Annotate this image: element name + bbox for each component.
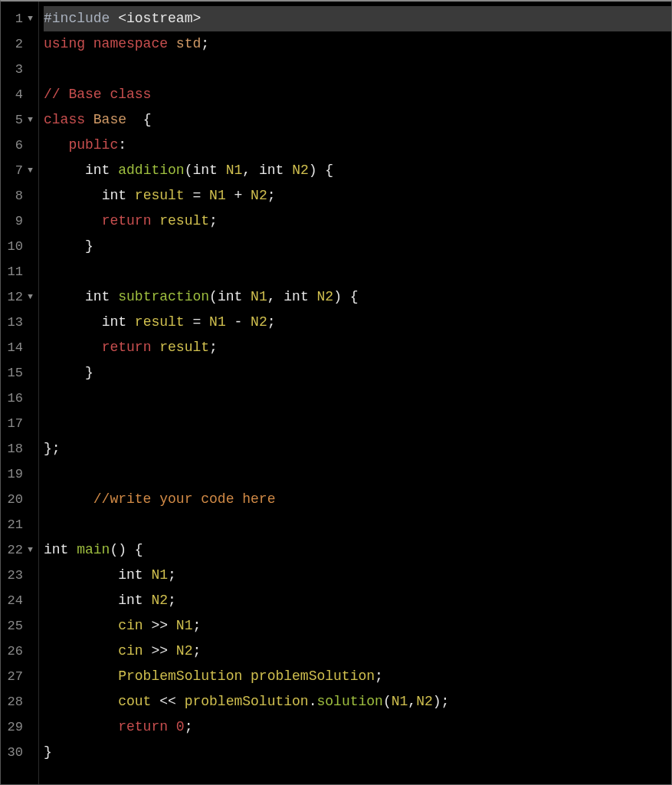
line-number: 16: [8, 386, 23, 411]
line-number: 23: [8, 563, 23, 588]
code-line[interactable]: return result;: [44, 335, 671, 360]
line-number: 30: [8, 740, 23, 765]
gutter-line: 29: [1, 714, 38, 740]
gutter-line: 3: [1, 57, 38, 82]
gutter-line: 8: [1, 183, 38, 209]
line-number: 4: [15, 82, 23, 107]
token-keyword: class: [44, 107, 93, 133]
code-line[interactable]: int N2;: [44, 588, 671, 613]
gutter-line: 16: [1, 386, 38, 411]
token-classname: Base: [93, 107, 126, 133]
fold-icon[interactable]: ▼: [27, 107, 34, 133]
line-number: 14: [8, 335, 23, 360]
code-line[interactable]: class Base {: [44, 107, 671, 133]
gutter-line: 11: [1, 259, 38, 284]
code-line[interactable]: ProblemSolution problemSolution;: [44, 664, 671, 689]
code-line[interactable]: cin >> N1;: [44, 613, 671, 639]
code-line[interactable]: int addition(int N1, int N2) {: [44, 158, 671, 183]
fold-icon[interactable]: ▼: [27, 537, 34, 563]
code-line[interactable]: int result = N1 - N2;: [44, 310, 671, 335]
code-line[interactable]: int subtraction(int N1, int N2) {: [44, 284, 671, 310]
code-line[interactable]: #include <iostream>: [44, 6, 671, 31]
gutter-line: 20: [1, 487, 38, 512]
line-number: 19: [8, 461, 23, 487]
gutter-line: 21: [1, 512, 38, 537]
code-line[interactable]: [44, 259, 671, 284]
gutter-line: 22▼: [1, 537, 38, 563]
code-line[interactable]: [44, 411, 671, 436]
gutter-line: 27: [1, 664, 38, 689]
gutter-line: 7▼: [1, 158, 38, 183]
code-line[interactable]: }: [44, 234, 671, 259]
token-punc: ;: [201, 31, 209, 57]
line-number: 10: [8, 234, 23, 259]
line-number: 2: [15, 31, 23, 57]
code-line[interactable]: int main() {: [44, 537, 671, 563]
code-line[interactable]: }: [44, 740, 671, 765]
token-var: result: [135, 183, 193, 209]
token-keyword: using: [44, 31, 93, 57]
gutter-line: 19: [1, 461, 38, 487]
gutter-line: 26: [1, 639, 38, 664]
code-line[interactable]: return result;: [44, 209, 671, 234]
line-number: 6: [15, 133, 23, 158]
code-line[interactable]: [44, 57, 671, 82]
line-number: 26: [8, 639, 23, 664]
gutter-line: 12▼: [1, 284, 38, 310]
token-stream: cin: [118, 613, 151, 639]
token-punc: :: [118, 133, 126, 158]
line-number: 5: [15, 107, 23, 133]
line-number: 24: [8, 588, 23, 613]
line-number: 3: [15, 57, 23, 82]
line-gutter: 1▼ 2 3 4 5▼ 6 7▼ 8 9 10 11 12▼ 13 14 15 …: [1, 2, 39, 784]
code-line[interactable]: return 0;: [44, 714, 671, 740]
token-var: problemSolution: [251, 664, 375, 689]
code-line[interactable]: [44, 386, 671, 411]
line-number: 29: [8, 714, 23, 740]
fold-icon[interactable]: ▼: [27, 158, 34, 183]
line-number: 11: [8, 259, 23, 284]
code-line[interactable]: // Base class: [44, 82, 671, 107]
code-line[interactable]: int N1;: [44, 563, 671, 588]
gutter-line: 25: [1, 613, 38, 639]
fold-icon[interactable]: ▼: [27, 6, 34, 31]
code-line[interactable]: [44, 512, 671, 537]
code-line[interactable]: int result = N1 + N2;: [44, 183, 671, 209]
line-number: 25: [8, 613, 23, 639]
line-number: 1: [15, 6, 23, 31]
code-line[interactable]: using namespace std;: [44, 31, 671, 57]
line-number: 20: [8, 487, 23, 512]
code-line[interactable]: cout << problemSolution.solution(N1,N2);: [44, 689, 671, 714]
code-area[interactable]: #include <iostream> using namespace std;…: [39, 2, 671, 784]
gutter-line: 17: [1, 411, 38, 436]
line-number: 8: [15, 183, 23, 209]
gutter-line: 15: [1, 360, 38, 386]
line-number: 28: [8, 689, 23, 714]
token-keyword: public: [68, 133, 118, 158]
fold-icon[interactable]: ▼: [27, 284, 34, 310]
token-include-path: <iostream>: [118, 6, 201, 31]
gutter-line: 18: [1, 436, 38, 461]
code-line[interactable]: public:: [44, 133, 671, 158]
token-function: addition: [118, 158, 184, 183]
line-number: 27: [8, 664, 23, 689]
code-line[interactable]: }: [44, 360, 671, 386]
code-line[interactable]: //write your code here: [44, 487, 671, 512]
line-number: 15: [8, 360, 23, 386]
token-comment: // Base class: [44, 82, 151, 107]
token-keyword: namespace: [93, 31, 176, 57]
gutter-line: 23: [1, 563, 38, 588]
code-line[interactable]: };: [44, 436, 671, 461]
line-number: 21: [8, 512, 23, 537]
gutter-line: 28: [1, 689, 38, 714]
gutter-line: 5▼: [1, 107, 38, 133]
gutter-line: 9: [1, 209, 38, 234]
token-param: N2: [292, 158, 309, 183]
code-line[interactable]: cin >> N2;: [44, 639, 671, 664]
code-line[interactable]: [44, 461, 671, 487]
token-keyword: return: [102, 209, 160, 234]
line-number: 18: [8, 436, 23, 461]
gutter-line: 30: [1, 740, 38, 765]
code-editor[interactable]: 1▼ 2 3 4 5▼ 6 7▼ 8 9 10 11 12▼ 13 14 15 …: [0, 0, 672, 785]
token-param: N1: [226, 158, 243, 183]
